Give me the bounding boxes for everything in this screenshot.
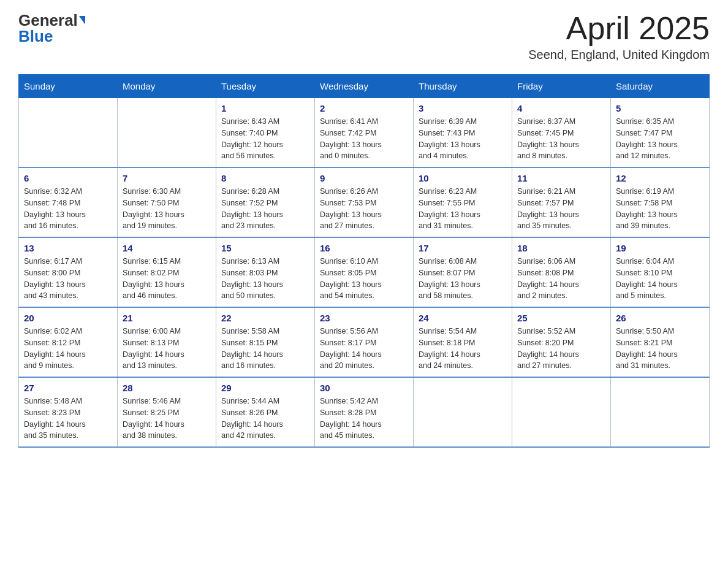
calendar-cell: 9Sunrise: 6:26 AM Sunset: 7:53 PM Daylig…	[315, 167, 414, 237]
calendar-cell: 7Sunrise: 6:30 AM Sunset: 7:50 PM Daylig…	[118, 167, 216, 237]
calendar-cell: 25Sunrise: 5:52 AM Sunset: 8:20 PM Dayli…	[512, 307, 611, 377]
day-info: Sunrise: 6:21 AM Sunset: 7:57 PM Dayligh…	[517, 186, 605, 232]
day-info: Sunrise: 6:39 AM Sunset: 7:43 PM Dayligh…	[419, 116, 507, 162]
day-number: 19	[616, 243, 704, 253]
day-info: Sunrise: 6:43 AM Sunset: 7:40 PM Dayligh…	[221, 116, 309, 162]
calendar-cell	[118, 98, 216, 168]
day-info: Sunrise: 6:26 AM Sunset: 7:53 PM Dayligh…	[320, 186, 408, 232]
calendar-cell	[512, 377, 611, 447]
calendar-cell: 27Sunrise: 5:48 AM Sunset: 8:23 PM Dayli…	[19, 377, 118, 447]
day-number: 20	[24, 313, 112, 323]
calendar-cell: 24Sunrise: 5:54 AM Sunset: 8:18 PM Dayli…	[414, 307, 512, 377]
logo-blue-text: Blue	[18, 27, 53, 45]
day-info: Sunrise: 6:41 AM Sunset: 7:42 PM Dayligh…	[320, 116, 408, 162]
day-info: Sunrise: 5:50 AM Sunset: 8:21 PM Dayligh…	[616, 326, 704, 372]
day-number: 13	[24, 243, 112, 253]
day-number: 9	[320, 173, 408, 183]
day-header-thursday: Thursday	[414, 75, 512, 98]
calendar-week-row: 6Sunrise: 6:32 AM Sunset: 7:48 PM Daylig…	[19, 167, 710, 237]
calendar-cell: 2Sunrise: 6:41 AM Sunset: 7:42 PM Daylig…	[315, 98, 414, 168]
day-info: Sunrise: 5:54 AM Sunset: 8:18 PM Dayligh…	[419, 326, 507, 372]
page-title: April 2025	[528, 12, 710, 44]
day-info: Sunrise: 6:04 AM Sunset: 8:10 PM Dayligh…	[616, 256, 704, 302]
calendar-table: SundayMondayTuesdayWednesdayThursdayFrid…	[18, 74, 710, 448]
calendar-cell: 10Sunrise: 6:23 AM Sunset: 7:55 PM Dayli…	[414, 167, 512, 237]
day-header-saturday: Saturday	[611, 75, 710, 98]
calendar-cell: 13Sunrise: 6:17 AM Sunset: 8:00 PM Dayli…	[19, 237, 118, 307]
day-number: 1	[221, 103, 309, 113]
logo-arrow-icon	[79, 16, 85, 25]
logo-general-text: General	[18, 12, 78, 28]
calendar-cell: 15Sunrise: 6:13 AM Sunset: 8:03 PM Dayli…	[216, 237, 315, 307]
calendar-cell: 19Sunrise: 6:04 AM Sunset: 8:10 PM Dayli…	[611, 237, 710, 307]
calendar-cell: 3Sunrise: 6:39 AM Sunset: 7:43 PM Daylig…	[414, 98, 512, 168]
calendar-week-row: 1Sunrise: 6:43 AM Sunset: 7:40 PM Daylig…	[19, 98, 710, 168]
day-info: Sunrise: 5:52 AM Sunset: 8:20 PM Dayligh…	[517, 326, 605, 372]
day-number: 22	[221, 313, 309, 323]
day-header-wednesday: Wednesday	[315, 75, 414, 98]
day-info: Sunrise: 6:32 AM Sunset: 7:48 PM Dayligh…	[24, 186, 112, 232]
day-info: Sunrise: 6:35 AM Sunset: 7:47 PM Dayligh…	[616, 116, 704, 162]
day-info: Sunrise: 6:08 AM Sunset: 8:07 PM Dayligh…	[419, 256, 507, 302]
day-info: Sunrise: 5:58 AM Sunset: 8:15 PM Dayligh…	[221, 326, 309, 372]
logo: General Blue	[18, 12, 85, 44]
day-number: 2	[320, 103, 408, 113]
day-header-monday: Monday	[118, 75, 216, 98]
day-info: Sunrise: 6:10 AM Sunset: 8:05 PM Dayligh…	[320, 256, 408, 302]
day-info: Sunrise: 6:00 AM Sunset: 8:13 PM Dayligh…	[123, 326, 211, 372]
calendar-cell: 22Sunrise: 5:58 AM Sunset: 8:15 PM Dayli…	[216, 307, 315, 377]
calendar-week-row: 13Sunrise: 6:17 AM Sunset: 8:00 PM Dayli…	[19, 237, 710, 307]
day-number: 14	[123, 243, 211, 253]
day-info: Sunrise: 5:56 AM Sunset: 8:17 PM Dayligh…	[320, 326, 408, 372]
calendar-cell: 11Sunrise: 6:21 AM Sunset: 7:57 PM Dayli…	[512, 167, 611, 237]
day-number: 12	[616, 173, 704, 183]
day-info: Sunrise: 6:28 AM Sunset: 7:52 PM Dayligh…	[221, 186, 309, 232]
day-info: Sunrise: 6:02 AM Sunset: 8:12 PM Dayligh…	[24, 326, 112, 372]
day-number: 24	[419, 313, 507, 323]
day-number: 15	[221, 243, 309, 253]
day-number: 18	[517, 243, 605, 253]
day-info: Sunrise: 6:13 AM Sunset: 8:03 PM Dayligh…	[221, 256, 309, 302]
day-info: Sunrise: 6:30 AM Sunset: 7:50 PM Dayligh…	[123, 186, 211, 232]
calendar-cell: 21Sunrise: 6:00 AM Sunset: 8:13 PM Dayli…	[118, 307, 216, 377]
calendar-cell	[19, 98, 118, 168]
day-info: Sunrise: 6:17 AM Sunset: 8:00 PM Dayligh…	[24, 256, 112, 302]
day-info: Sunrise: 5:44 AM Sunset: 8:26 PM Dayligh…	[221, 396, 309, 442]
day-number: 3	[419, 103, 507, 113]
page-subtitle: Seend, England, United Kingdom	[528, 48, 710, 62]
day-number: 21	[123, 313, 211, 323]
day-number: 28	[123, 383, 211, 393]
calendar-cell: 17Sunrise: 6:08 AM Sunset: 8:07 PM Dayli…	[414, 237, 512, 307]
day-info: Sunrise: 6:06 AM Sunset: 8:08 PM Dayligh…	[517, 256, 605, 302]
calendar-week-row: 20Sunrise: 6:02 AM Sunset: 8:12 PM Dayli…	[19, 307, 710, 377]
day-info: Sunrise: 6:23 AM Sunset: 7:55 PM Dayligh…	[419, 186, 507, 232]
calendar-cell: 16Sunrise: 6:10 AM Sunset: 8:05 PM Dayli…	[315, 237, 414, 307]
day-info: Sunrise: 5:46 AM Sunset: 8:25 PM Dayligh…	[123, 396, 211, 442]
calendar-week-row: 27Sunrise: 5:48 AM Sunset: 8:23 PM Dayli…	[19, 377, 710, 447]
calendar-cell: 14Sunrise: 6:15 AM Sunset: 8:02 PM Dayli…	[118, 237, 216, 307]
calendar-cell: 23Sunrise: 5:56 AM Sunset: 8:17 PM Dayli…	[315, 307, 414, 377]
day-number: 30	[320, 383, 408, 393]
day-number: 11	[517, 173, 605, 183]
day-header-tuesday: Tuesday	[216, 75, 315, 98]
day-number: 5	[616, 103, 704, 113]
day-number: 25	[517, 313, 605, 323]
calendar-cell: 5Sunrise: 6:35 AM Sunset: 7:47 PM Daylig…	[611, 98, 710, 168]
day-number: 16	[320, 243, 408, 253]
page-header: General Blue April 2025 Seend, England, …	[18, 12, 710, 62]
day-info: Sunrise: 6:19 AM Sunset: 7:58 PM Dayligh…	[616, 186, 704, 232]
day-info: Sunrise: 5:42 AM Sunset: 8:28 PM Dayligh…	[320, 396, 408, 442]
day-number: 27	[24, 383, 112, 393]
day-number: 23	[320, 313, 408, 323]
calendar-cell	[414, 377, 512, 447]
calendar-cell: 4Sunrise: 6:37 AM Sunset: 7:45 PM Daylig…	[512, 98, 611, 168]
calendar-cell: 18Sunrise: 6:06 AM Sunset: 8:08 PM Dayli…	[512, 237, 611, 307]
day-header-friday: Friday	[512, 75, 611, 98]
day-number: 26	[616, 313, 704, 323]
calendar-header-row: SundayMondayTuesdayWednesdayThursdayFrid…	[19, 75, 710, 98]
calendar-cell: 1Sunrise: 6:43 AM Sunset: 7:40 PM Daylig…	[216, 98, 315, 168]
calendar-cell: 26Sunrise: 5:50 AM Sunset: 8:21 PM Dayli…	[611, 307, 710, 377]
day-number: 6	[24, 173, 112, 183]
day-number: 17	[419, 243, 507, 253]
day-info: Sunrise: 6:37 AM Sunset: 7:45 PM Dayligh…	[517, 116, 605, 162]
